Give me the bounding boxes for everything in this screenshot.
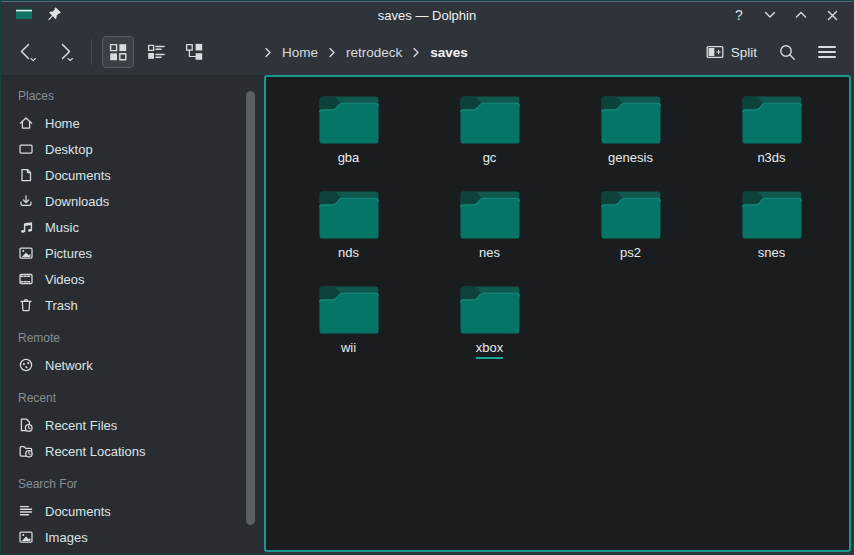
dolphin-app-icon — [15, 5, 33, 25]
breadcrumb-retrodeck[interactable]: retrodeck — [343, 43, 405, 62]
split-button-label: Split — [731, 45, 757, 60]
sidebar-item-label: Home — [45, 116, 80, 131]
sidebar-item-documents[interactable]: Documents — [1, 162, 264, 188]
window-title: saves — Dolphin — [1, 8, 853, 23]
home-icon — [18, 115, 34, 131]
sidebar-item-recent-files[interactable]: Recent Files — [1, 412, 264, 438]
back-button[interactable] — [11, 36, 43, 68]
folder-label: snes — [758, 245, 785, 261]
icons-view-icon — [109, 43, 127, 61]
sidebar-item-label: Documents — [45, 168, 111, 183]
sidebar-item-search-audio[interactable]: Audio — [1, 550, 264, 554]
folder-item-genesis[interactable]: genesis — [560, 94, 701, 189]
breadcrumb-chevron-icon — [328, 47, 336, 58]
folder-icon — [741, 189, 803, 241]
film-icon — [18, 271, 34, 287]
folder-label: gc — [483, 150, 497, 166]
sidebar-item-label: Pictures — [45, 246, 92, 261]
breadcrumb-saves[interactable]: saves — [427, 43, 471, 62]
section-header-recent: Recent — [1, 378, 264, 412]
tree-view-button[interactable] — [178, 36, 210, 68]
folder-icon — [318, 284, 380, 336]
music-note-icon — [18, 219, 34, 235]
folder-label: n3ds — [757, 150, 785, 166]
network-globe-icon — [18, 357, 34, 373]
breadcrumb-home[interactable]: Home — [279, 43, 321, 62]
download-icon — [18, 193, 34, 209]
breadcrumb: Home retrodeck saves — [264, 29, 471, 75]
folder-label: ps2 — [620, 245, 641, 261]
image-icon — [18, 245, 34, 261]
sidebar-item-desktop[interactable]: Desktop — [1, 136, 264, 162]
folder-label: nes — [479, 245, 500, 261]
details-view-button[interactable] — [140, 36, 172, 68]
folder-item-ps2[interactable]: ps2 — [560, 189, 701, 284]
details-view-icon — [147, 43, 165, 61]
hamburger-menu-button[interactable] — [811, 36, 843, 68]
folder-item-xbox[interactable]: xbox — [419, 284, 560, 379]
sidebar-item-label: Images — [45, 530, 88, 545]
toolbar-separator — [91, 39, 92, 65]
pin-icon[interactable] — [47, 6, 62, 25]
folder-icon — [318, 94, 380, 146]
sidebar-item-search-documents[interactable]: Documents — [1, 498, 264, 524]
icons-view-button[interactable] — [102, 36, 134, 68]
folder-label: xbox — [476, 340, 503, 359]
folder-icon — [600, 94, 662, 146]
folder-icon — [600, 189, 662, 241]
search-icon — [778, 43, 797, 62]
files-grid: gba gc genesis n3ds nds — [266, 77, 849, 379]
folder-item-wii[interactable]: wii — [278, 284, 419, 379]
trash-icon — [18, 297, 34, 313]
recent-file-icon — [18, 417, 34, 433]
folder-item-n3ds[interactable]: n3ds — [701, 94, 842, 189]
minimize-button[interactable] — [759, 5, 781, 25]
titlebar[interactable]: saves — Dolphin ? — [1, 1, 853, 29]
sidebar-scrollbar[interactable] — [246, 91, 255, 525]
close-icon — [826, 9, 839, 22]
sidebar-item-recent-locations[interactable]: Recent Locations — [1, 438, 264, 464]
section-header-remote: Remote — [1, 318, 264, 352]
sidebar-item-search-images[interactable]: Images — [1, 524, 264, 550]
folder-item-snes[interactable]: snes — [701, 189, 842, 284]
folder-item-nes[interactable]: nes — [419, 189, 560, 284]
folder-item-nds[interactable]: nds — [278, 189, 419, 284]
close-button[interactable] — [821, 5, 843, 25]
sidebar-item-label: Desktop — [45, 142, 93, 157]
sidebar-item-trash[interactable]: Trash — [1, 292, 264, 318]
sidebar-item-videos[interactable]: Videos — [1, 266, 264, 292]
back-arrow-icon — [15, 40, 39, 64]
sidebar-item-label: Recent Files — [45, 418, 117, 433]
sidebar-item-label: Trash — [45, 298, 78, 313]
folder-icon — [459, 189, 521, 241]
folder-icon — [459, 94, 521, 146]
folder-icon — [318, 189, 380, 241]
sidebar-item-label: Network — [45, 358, 93, 373]
folder-view[interactable]: gba gc genesis n3ds nds — [264, 75, 851, 552]
hamburger-icon — [818, 45, 836, 59]
places-panel: Places Home Desktop Documents Downloads … — [1, 75, 264, 554]
sidebar-item-label: Documents — [45, 504, 111, 519]
split-button[interactable]: Split — [700, 40, 763, 64]
sidebar-item-home[interactable]: Home — [1, 110, 264, 136]
sidebar-item-music[interactable]: Music — [1, 214, 264, 240]
section-header-places: Places — [1, 79, 264, 110]
maximize-button[interactable] — [790, 5, 812, 25]
help-button[interactable]: ? — [728, 5, 750, 25]
sidebar-item-pictures[interactable]: Pictures — [1, 240, 264, 266]
sidebar-item-network[interactable]: Network — [1, 352, 264, 378]
sidebar-item-label: Music — [45, 220, 79, 235]
forward-button[interactable] — [49, 36, 81, 68]
sidebar-item-label: Downloads — [45, 194, 109, 209]
desktop-icon — [18, 141, 34, 157]
text-lines-icon — [18, 503, 34, 519]
chevron-down-icon — [763, 9, 777, 21]
search-button[interactable] — [771, 36, 803, 68]
toolbar: Home retrodeck saves Split — [1, 29, 853, 75]
folder-label: gba — [338, 150, 360, 166]
chevron-up-icon — [794, 9, 808, 21]
folder-item-gc[interactable]: gc — [419, 94, 560, 189]
split-view-icon — [706, 44, 724, 60]
folder-item-gba[interactable]: gba — [278, 94, 419, 189]
sidebar-item-downloads[interactable]: Downloads — [1, 188, 264, 214]
